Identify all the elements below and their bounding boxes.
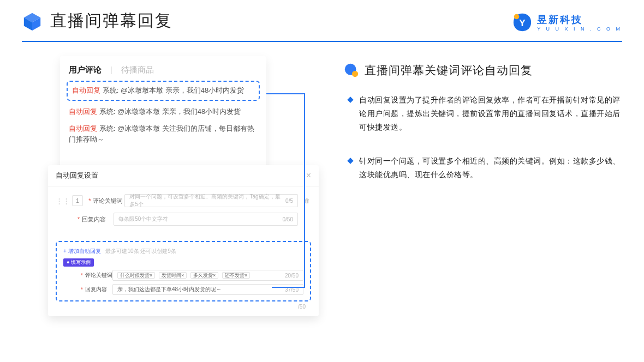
cube-icon bbox=[22, 11, 43, 32]
keyword-label: 评论关键词 bbox=[93, 197, 124, 205]
auto-reply-label: 自动回复 bbox=[69, 124, 97, 132]
page-title: 直播间弹幕回复 bbox=[50, 10, 172, 32]
ex-content-input[interactable]: 亲，我们这边都是下单48小时内发货的呢～ 37/50 bbox=[112, 284, 303, 295]
brand-name-cn: 昱新科技 bbox=[537, 13, 622, 26]
keyword-row: ⋮⋮ 1 * 评论关键词 对同一个问题，可设置多个相近、高频的关键词，Tag确定… bbox=[56, 194, 311, 207]
bullet-item: 自动回复设置为了提升作者的评论回复效率，作者可在开播前针对常见的评论用户问题，提… bbox=[348, 93, 622, 135]
page-header: 直播间弹幕回复 Y 昱新科技 Y U U X I N . C O M bbox=[0, 0, 644, 39]
content-row: * 回复内容 每条限50个中文字符 0/50 bbox=[56, 213, 311, 226]
section-head: 直播间弹幕关键词评论自动回复 bbox=[344, 63, 622, 78]
ex-content-count: 37/50 bbox=[285, 287, 299, 293]
content-label: 回复内容 bbox=[82, 215, 114, 224]
section-title: 直播间弹幕关键词评论自动回复 bbox=[365, 63, 533, 78]
diamond-icon bbox=[347, 158, 353, 164]
keyword-count: 0/5 bbox=[285, 198, 293, 204]
tag: 发货时间× bbox=[159, 272, 187, 279]
ex-kw-count: 20/50 bbox=[285, 273, 299, 279]
drag-handle-icon[interactable]: ⋮⋮ bbox=[56, 197, 70, 204]
close-icon[interactable]: × bbox=[306, 171, 311, 180]
item-number: 1 bbox=[72, 195, 83, 206]
auto-reply-settings-panel: 自动回复设置 × ⋮⋮ 1 * 评论关键词 对同一个问题，可设置多个相近、高频的… bbox=[48, 165, 319, 316]
svg-point-6 bbox=[352, 71, 358, 77]
comment-text: @冰墩墩本墩 亲亲，我们48小时内发货 bbox=[117, 107, 241, 116]
system-label: 系统: bbox=[103, 86, 119, 94]
bullet-list: 自动回复设置为了提升作者的评论回复效率，作者可在开播前针对常见的评论用户问题，提… bbox=[344, 93, 622, 182]
auto-reply-label: 自动回复 bbox=[72, 86, 100, 94]
add-auto-reply-link[interactable]: + 增加自动回复 bbox=[63, 248, 101, 254]
comment-tabs: 用户评论 | 待播商品 bbox=[69, 65, 258, 75]
comment-text: @冰墩墩本墩 亲亲，我们48小时内发货 bbox=[121, 86, 244, 94]
highlighted-comment: 自动回复 系统: @冰墩墩本墩 亲亲，我们48小时内发货 bbox=[67, 81, 260, 101]
tab-divider: | bbox=[110, 65, 112, 75]
comment-item: 自动回复 系统: @冰墩墩本墩 亲亲，我们48小时内发货 bbox=[69, 106, 258, 118]
ex-keyword-label: 评论关键词 bbox=[85, 272, 112, 279]
auto-reply-label: 自动回复 bbox=[69, 107, 97, 116]
comment-item: 自动回复 系统: @冰墩墩本墩 亲亲，我们48小时内发货 bbox=[72, 85, 254, 96]
tab-pending-goods[interactable]: 待播商品 bbox=[121, 65, 154, 75]
keyword-placeholder: 对同一个问题，可设置多个相近、高频的关键词，Tag确定，最多5个 bbox=[129, 193, 285, 208]
tag: 多久发货× bbox=[190, 272, 218, 279]
brand: Y 昱新科技 Y U U X I N . C O M bbox=[512, 12, 622, 33]
system-label: 系统: bbox=[99, 107, 116, 116]
diamond-icon bbox=[347, 96, 353, 102]
svg-point-3 bbox=[514, 14, 520, 20]
bullet-text: 自动回复设置为了提升作者的评论回复效率，作者可在开播前针对常见的评论用户问题，提… bbox=[359, 93, 622, 135]
ex-content-text: 亲，我们这边都是下单48小时内发货的呢～ bbox=[117, 286, 222, 293]
add-hint: 最多可建10条 还可以创建9条 bbox=[105, 248, 176, 254]
tag: 还不发货× bbox=[222, 272, 250, 279]
svg-text:Y: Y bbox=[519, 18, 526, 28]
settings-header: 自动回复设置 × bbox=[48, 165, 319, 186]
comment-item: 自动回复 系统: @冰墩墩本墩 关注我们的店铺，每日都有热门推荐呦～ bbox=[69, 123, 258, 146]
example-badge: ● 填写示例 bbox=[63, 258, 94, 267]
bullet-text: 针对同一个问题，可设置多个相近的、高频的关键词。例如：这款多少钱、这块能优惠吗、… bbox=[359, 154, 622, 182]
settings-title: 自动回复设置 bbox=[56, 171, 98, 180]
ex-tags: 什么时候发货× 发货时间× 多久发货× 还不发货× bbox=[117, 272, 252, 279]
ex-content-label: 回复内容 bbox=[85, 286, 112, 293]
delete-icon[interactable]: 🗑 bbox=[302, 197, 311, 204]
system-label: 系统: bbox=[99, 124, 116, 132]
ex-keyword-input[interactable]: 什么时候发货× 发货时间× 多久发货× 还不发货× 20/50 bbox=[112, 270, 303, 281]
bullet-item: 针对同一个问题，可设置多个相近的、高频的关键词。例如：这款多少钱、这块能优惠吗、… bbox=[348, 154, 622, 182]
description-column: 直播间弹幕关键词评论自动回复 自动回复设置为了提升作者的评论回复效率，作者可在开… bbox=[327, 56, 622, 201]
content-input[interactable]: 每条限50个中文字符 0/50 bbox=[114, 213, 298, 226]
keyword-input[interactable]: 对同一个问题，可设置多个相近、高频的关键词，Tag确定，最多5个 0/5 bbox=[124, 194, 298, 207]
brand-logo-icon: Y bbox=[512, 12, 533, 33]
brand-name-en: Y U U X I N . C O M bbox=[537, 26, 622, 32]
comment-panel: 用户评论 | 待播商品 自动回复 系统: @冰墩墩本墩 亲亲，我们48小时内发货… bbox=[60, 56, 266, 182]
content-count: 0/50 bbox=[283, 216, 293, 222]
bottom-count: /50 bbox=[48, 301, 319, 310]
tag: 什么时候发货× bbox=[117, 272, 155, 279]
chat-bubble-icon bbox=[344, 63, 359, 78]
content-placeholder: 每条限50个中文字符 bbox=[118, 215, 168, 223]
screenshot-column: 用户评论 | 待播商品 自动回复 系统: @冰墩墩本墩 亲亲，我们48小时内发货… bbox=[22, 56, 327, 201]
example-box: + 增加自动回复 最多可建10条 还可以创建9条 ● 填写示例 * 评论关键词 … bbox=[56, 241, 311, 301]
tab-user-comments[interactable]: 用户评论 bbox=[69, 65, 102, 75]
